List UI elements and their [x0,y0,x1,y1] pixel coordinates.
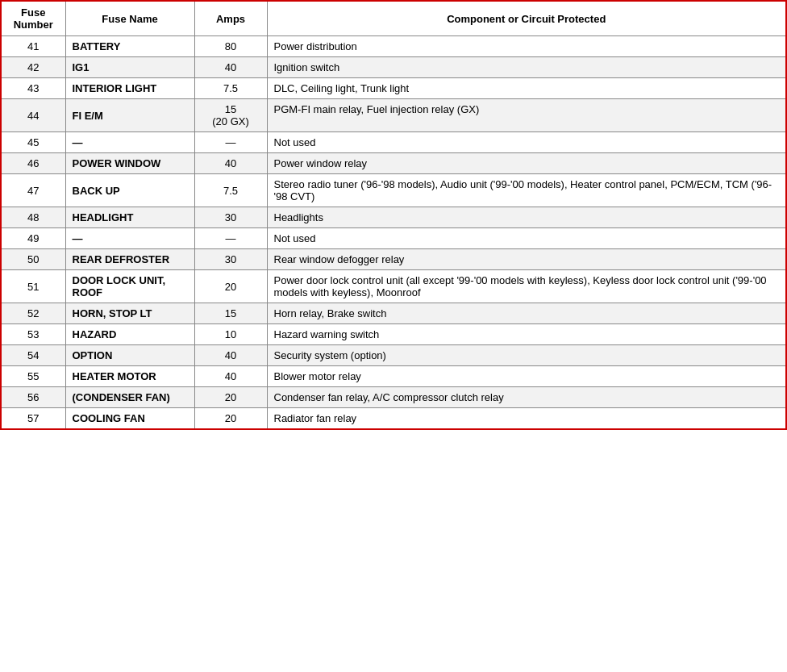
fuse-number-cell: 56 [1,387,65,408]
fuse-name-cell: BACK UP [65,174,194,207]
table-row: 49——Not used [1,228,786,249]
fuse-name-cell: HEADLIGHT [65,207,194,228]
amps-cell: 40 [194,345,267,366]
component-cell: Horn relay, Brake switch [267,303,786,324]
fuse-name-cell: — [65,228,194,249]
component-cell: Blower motor relay [267,366,786,387]
fuse-name-cell: HORN, STOP LT [65,303,194,324]
component-cell: DLC, Ceiling light, Trunk light [267,78,786,99]
fuse-number-cell: 42 [1,57,65,78]
table-row: 47BACK UP7.5Stereo radio tuner ('96-'98 … [1,174,786,207]
table-row: 46POWER WINDOW40Power window relay [1,153,786,174]
component-cell: Not used [267,132,786,153]
fuse-name-cell: — [65,132,194,153]
amps-cell: 20 [194,270,267,303]
table-row: 41BATTERY80Power distribution [1,36,786,57]
component-cell: Stereo radio tuner ('96-'98 models), Aud… [267,174,786,207]
table-row: 44FI E/M15 (20 GX)PGM-FI main relay, Fue… [1,99,786,132]
amps-cell: — [194,228,267,249]
amps-cell: — [194,132,267,153]
amps-cell: 40 [194,153,267,174]
fuse-name-cell: REAR DEFROSTER [65,249,194,270]
fuse-name-cell: BATTERY [65,36,194,57]
table-row: 55HEATER MOTOR40Blower motor relay [1,366,786,387]
amps-cell: 80 [194,36,267,57]
fuse-number-cell: 57 [1,408,65,430]
fuse-name-cell: (CONDENSER FAN) [65,387,194,408]
table-row: 53HAZARD10Hazard warning switch [1,324,786,345]
fuse-name-cell: POWER WINDOW [65,153,194,174]
fuse-number-cell: 43 [1,78,65,99]
header-fuse-name: Fuse Name [65,1,194,36]
amps-cell: 40 [194,366,267,387]
fuse-number-cell: 44 [1,99,65,132]
amps-cell: 20 [194,387,267,408]
component-cell: Radiator fan relay [267,408,786,430]
header-amps: Amps [194,1,267,36]
component-cell: Condenser fan relay, A/C compressor clut… [267,387,786,408]
table-row: 43INTERIOR LIGHT7.5DLC, Ceiling light, T… [1,78,786,99]
fuse-number-cell: 49 [1,228,65,249]
fuse-table-wrapper: Fuse Number Fuse Name Amps Component or … [0,0,787,672]
fuse-number-cell: 55 [1,366,65,387]
fuse-name-cell: COOLING FAN [65,408,194,430]
component-cell: Ignition switch [267,57,786,78]
component-cell: Power window relay [267,153,786,174]
component-cell: Power door lock control unit (all except… [267,270,786,303]
amps-cell: 30 [194,249,267,270]
fuse-number-cell: 50 [1,249,65,270]
component-cell: Headlights [267,207,786,228]
amps-cell: 40 [194,57,267,78]
table-row: 45——Not used [1,132,786,153]
component-cell: Power distribution [267,36,786,57]
component-cell: Not used [267,228,786,249]
fuse-number-cell: 52 [1,303,65,324]
header-fuse-number: Fuse Number [1,1,65,36]
amps-cell: 30 [194,207,267,228]
amps-cell: 7.5 [194,78,267,99]
fuse-number-cell: 46 [1,153,65,174]
fuse-number-cell: 53 [1,324,65,345]
component-cell: PGM-FI main relay, Fuel injection relay … [267,99,786,132]
amps-cell: 15 (20 GX) [194,99,267,132]
amps-cell: 20 [194,408,267,430]
fuse-name-cell: DOOR LOCK UNIT, ROOF [65,270,194,303]
header-component: Component or Circuit Protected [267,1,786,36]
table-row: 51DOOR LOCK UNIT, ROOF20Power door lock … [1,270,786,303]
component-cell: Security system (option) [267,345,786,366]
table-row: 42IG140Ignition switch [1,57,786,78]
fuse-number-cell: 45 [1,132,65,153]
fuse-name-cell: OPTION [65,345,194,366]
fuse-name-cell: HEATER MOTOR [65,366,194,387]
fuse-number-cell: 47 [1,174,65,207]
amps-cell: 10 [194,324,267,345]
table-row: 50REAR DEFROSTER30Rear window defogger r… [1,249,786,270]
component-cell: Hazard warning switch [267,324,786,345]
table-row: 54OPTION40Security system (option) [1,345,786,366]
table-row: 48HEADLIGHT30Headlights [1,207,786,228]
fuse-number-cell: 41 [1,36,65,57]
fuse-number-cell: 48 [1,207,65,228]
component-cell: Rear window defogger relay [267,249,786,270]
table-row: 57COOLING FAN20Radiator fan relay [1,408,786,430]
fuse-name-cell: INTERIOR LIGHT [65,78,194,99]
fuse-name-cell: FI E/M [65,99,194,132]
amps-cell: 15 [194,303,267,324]
amps-cell: 7.5 [194,174,267,207]
table-row: 52HORN, STOP LT15Horn relay, Brake switc… [1,303,786,324]
table-row: 56(CONDENSER FAN)20Condenser fan relay, … [1,387,786,408]
fuse-number-cell: 51 [1,270,65,303]
fuse-number-cell: 54 [1,345,65,366]
fuse-table: Fuse Number Fuse Name Amps Component or … [0,0,787,430]
fuse-name-cell: HAZARD [65,324,194,345]
fuse-name-cell: IG1 [65,57,194,78]
